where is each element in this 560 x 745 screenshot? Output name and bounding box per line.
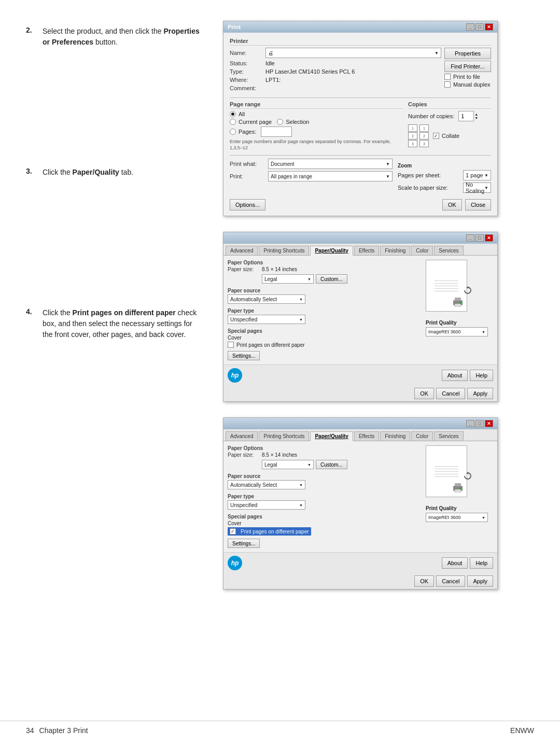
props-minimize-btn-2[interactable]: _ [466, 420, 474, 427]
current-page-radio[interactable]: Current page [230, 119, 272, 125]
print-what-row: Print what: Document ▼ Print: All pages … [230, 159, 491, 195]
svg-point-3 [460, 302, 461, 304]
print-what-value: Document [271, 161, 295, 167]
props-maximize-btn-1[interactable]: □ [475, 234, 484, 242]
props-close-btn-1[interactable]: ✕ [485, 234, 493, 242]
pages-per-sheet-select[interactable]: 1 page ▼ [463, 170, 491, 180]
props-close-btn-2[interactable]: ✕ [485, 420, 493, 427]
minimize-btn[interactable]: _ [466, 23, 474, 31]
scale-select[interactable]: No Scaling ▼ [463, 182, 491, 193]
paper-type-value-1: Unspecified [230, 317, 257, 322]
props-minimize-btn-1[interactable]: _ [466, 234, 474, 242]
scale-arrow: ▼ [484, 186, 488, 190]
print-quality-section-2: Print Quality ImageREt 3600 ▼ [426, 505, 493, 522]
print-close-button[interactable]: Close [465, 199, 491, 210]
tab-advanced-1[interactable]: Advanced [226, 246, 258, 255]
options-button[interactable]: Options... [230, 199, 265, 210]
manual-duplex-checkbox[interactable]: Manual duplex [444, 81, 491, 88]
paper-type-select-2[interactable]: Unspecified ▼ [228, 500, 305, 510]
divider-1 [230, 97, 491, 98]
print-ok-button[interactable]: OK [442, 199, 462, 210]
copies-down-arrow[interactable]: ▼ [474, 116, 478, 120]
diff-paper-checkbox-2[interactable]: Print pages on different paper [228, 527, 311, 536]
about-btn-2[interactable]: About [442, 557, 468, 569]
titlebar-controls[interactable]: _ □ ✕ [466, 23, 493, 31]
collate-preview: 1 2 3 1 2 3 [408, 124, 429, 147]
props-ok-btn-2[interactable]: OK [414, 575, 434, 587]
paper-size-label-1: Paper size: [228, 266, 259, 272]
print-to-file-checkbox[interactable]: Print to file [444, 74, 491, 80]
print-quality-select-2[interactable]: ImageREt 3600 ▼ [426, 513, 488, 522]
help-btn-1[interactable]: Help [470, 370, 493, 381]
copies-spinner: ▲ ▼ [458, 111, 478, 121]
settings-btn-2[interactable]: Settings... [228, 539, 260, 548]
paper-size-select-1[interactable]: Legal ▼ [262, 274, 314, 284]
print-quality-label-2: Print Quality [426, 505, 493, 511]
props-tab-bar-2: Advanced Printing Shortcuts Paper/Qualit… [223, 429, 497, 441]
tab-color-1[interactable]: Color [411, 246, 433, 255]
tab-paper-quality-2[interactable]: Paper/Quality [310, 431, 353, 441]
print-select[interactable]: All pages in range ▼ [268, 171, 393, 181]
help-btn-2[interactable]: Help [470, 557, 493, 569]
refresh-icon-2[interactable] [464, 472, 472, 481]
props-maximize-btn-2[interactable]: □ [475, 420, 484, 427]
print-what-select[interactable]: Document ▼ [268, 159, 393, 169]
all-label: All [239, 111, 245, 117]
printer-name-select[interactable]: 🖨 ▼ [265, 48, 441, 58]
selection-radio[interactable]: Selection [277, 119, 309, 125]
tab-services-1[interactable]: Services [434, 246, 463, 255]
properties-button[interactable]: Properties [444, 48, 491, 59]
page-range-section: Page range All Current page [230, 101, 403, 151]
paper-source-select-2[interactable]: Automatically Select ▼ [228, 480, 305, 489]
diff-paper-checkbox-1[interactable]: Print pages on different paper [228, 342, 422, 348]
props-apply-btn-1[interactable]: Apply [467, 388, 493, 399]
props-titlebar-controls-2[interactable]: _ □ ✕ [466, 420, 493, 427]
close-btn[interactable]: ✕ [485, 23, 493, 31]
line-1 [435, 280, 459, 281]
collate-checkbox[interactable]: Collate [433, 133, 459, 139]
tab-paper-quality-1[interactable]: Paper/Quality [310, 246, 353, 256]
paper-options-title-2: Paper Options [228, 445, 422, 451]
pages-radio[interactable]: Pages: [230, 126, 403, 137]
tab-advanced-2[interactable]: Advanced [226, 431, 258, 441]
tab-printing-shortcuts-1[interactable]: Printing Shortcuts [259, 246, 309, 255]
find-printer-button[interactable]: Find Printer... [444, 61, 491, 72]
refresh-icon-1[interactable] [464, 286, 472, 296]
props-ok-btn-1[interactable]: OK [414, 388, 434, 399]
tab-effects-1[interactable]: Effects [354, 246, 379, 255]
paper-source-select-1[interactable]: Automatically Select ▼ [228, 294, 305, 304]
props-apply-btn-2[interactable]: Apply [467, 575, 493, 587]
tab-printing-shortcuts-2[interactable]: Printing Shortcuts [259, 431, 309, 441]
maximize-btn[interactable]: □ [475, 23, 484, 31]
paper-source-row-2: Automatically Select ▼ [228, 480, 422, 489]
all-radio[interactable]: All [230, 111, 403, 117]
props-cancel-btn-2[interactable]: Cancel [436, 575, 465, 587]
pages-per-sheet-label: Pages per sheet: [398, 172, 460, 178]
where-label: Where: [230, 77, 263, 83]
copies-up-arrow[interactable]: ▲ [474, 113, 478, 116]
tab-effects-2[interactable]: Effects [354, 431, 379, 441]
settings-btn-1[interactable]: Settings... [228, 351, 260, 360]
tab-finishing-2[interactable]: Finishing [380, 431, 410, 441]
comment-row: Comment: [230, 85, 441, 91]
custom-btn-2[interactable]: Custom... [316, 460, 347, 469]
tab-finishing-1[interactable]: Finishing [380, 246, 410, 255]
paper-size-select-2[interactable]: Legal ▼ [262, 460, 314, 469]
custom-btn-1[interactable]: Custom... [316, 274, 347, 284]
print-dialog: Print _ □ ✕ Printer Name: [223, 21, 498, 216]
printer-details: Name: 🖨 ▼ Status: Idle [230, 48, 441, 93]
line-4 [435, 288, 459, 289]
tab-color-2[interactable]: Color [411, 431, 433, 441]
paper-type-select-1[interactable]: Unspecified ▼ [228, 315, 305, 324]
pages-input[interactable] [261, 126, 292, 137]
step-2-text: Select the product, and then click the P… [43, 26, 202, 48]
step-3: 3. Click the Paper/Quality tab. [26, 167, 202, 178]
screenshots-column: Print _ □ ✕ Printer Name: [223, 21, 534, 589]
tab-services-2[interactable]: Services [434, 431, 463, 441]
copies-input[interactable] [458, 111, 474, 121]
props-titlebar-controls-1[interactable]: _ □ ✕ [466, 234, 493, 242]
props-cancel-btn-1[interactable]: Cancel [436, 388, 465, 399]
print-quality-select-1[interactable]: ImageREt 3600 ▼ [426, 327, 488, 336]
about-btn-1[interactable]: About [442, 370, 468, 381]
print-arrow: ▼ [386, 174, 390, 179]
